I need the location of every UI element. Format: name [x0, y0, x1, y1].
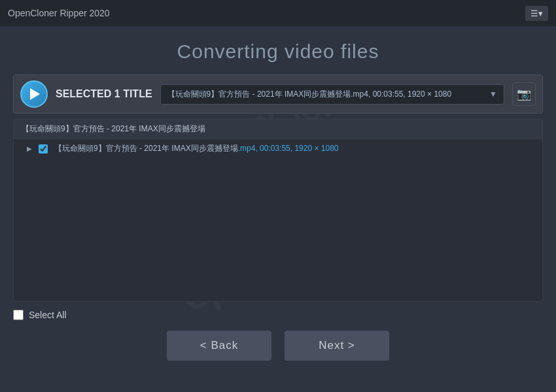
item-text-plain: 【玩命關頭9】官方預告 - 2021年 IMAX同步震撼登場 — [54, 144, 238, 153]
select-all-checkbox[interactable] — [13, 310, 24, 320]
camera-button[interactable]: 📷 — [512, 82, 536, 106]
next-button[interactable]: Next > — [285, 331, 389, 361]
select-all-label: Select All — [29, 310, 67, 320]
page-heading: Converting video files — [0, 26, 556, 74]
item-checkbox[interactable] — [39, 144, 48, 154]
file-list-header: 【玩命關頭9】官方預告 - 2021年 IMAX同步震撼登場 — [14, 120, 542, 139]
camera-icon: 📷 — [517, 87, 531, 101]
file-list-container: 【玩命關頭9】官方預告 - 2021年 IMAX同步震撼登場 ▶ 【玩命關頭9】… — [13, 119, 543, 302]
select-all-container[interactable]: Select All — [13, 310, 67, 320]
list-item: ▶ 【玩命關頭9】官方預告 - 2021年 IMAX同步震撼登場.mp4, 00… — [14, 139, 542, 158]
app-title: OpenCloner Ripper 2020 — [8, 8, 110, 18]
back-button[interactable]: < Back — [167, 331, 271, 361]
selected-title-bar: SELECTED 1 TITLE 【玩命關頭9】官方預告 - 2021年 IMA… — [13, 74, 543, 114]
selected-label: SELECTED 1 TITLE — [56, 88, 152, 100]
item-text: 【玩命關頭9】官方預告 - 2021年 IMAX同步震撼登場.mp4, 00:0… — [54, 143, 339, 154]
chevron-down-icon: ▼ — [489, 90, 497, 99]
menu-button[interactable]: ☰▾ — [525, 6, 548, 21]
play-icon — [20, 80, 48, 108]
item-text-highlight: .mp4, 00:03:55, 1920 × 1080 — [238, 144, 339, 153]
titlebar: OpenCloner Ripper 2020 ☰▾ — [0, 0, 556, 26]
expand-arrow-icon: ▶ — [27, 145, 32, 152]
title-dropdown[interactable]: 【玩命關頭9】官方預告 - 2021年 IMAX同步震撼登場.mp4, 00:0… — [160, 84, 504, 105]
play-triangle — [30, 88, 40, 100]
nav-buttons: < Back Next > — [0, 320, 556, 361]
bottom-area: Select All — [0, 302, 556, 320]
title-dropdown-text: 【玩命關頭9】官方預告 - 2021年 IMAX同步震撼登場.mp4, 00:0… — [167, 89, 452, 100]
